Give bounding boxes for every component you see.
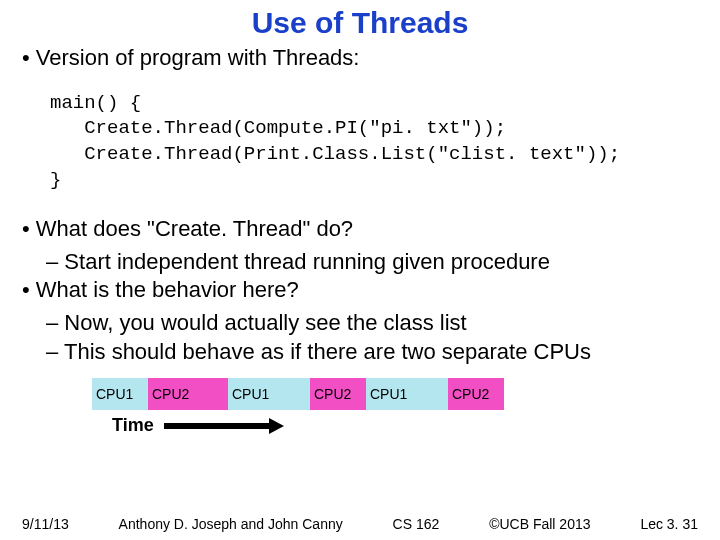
cpu-block-2: CPU2 (148, 378, 228, 410)
slide-body: Version of program with Threads: main() … (0, 40, 720, 438)
cpu-block-1: CPU1 (92, 378, 148, 410)
arrow-right-icon (164, 418, 284, 434)
code-block: main() { Create.Thread(Compute.PI("pi. t… (50, 91, 698, 194)
code-line-3: Create.Thread(Print.Class.List("clist. t… (50, 143, 620, 165)
bullet-version: Version of program with Threads: (22, 44, 698, 73)
footer-lec: Lec 3. 31 (640, 516, 698, 532)
subbullet-see-classlist: Now, you would actually see the class li… (46, 309, 698, 338)
bullet-behavior: What is the behavior here? (22, 276, 698, 305)
bullet-createthread: What does "Create. Thread" do? (22, 215, 698, 244)
footer-copyright: ©UCB Fall 2013 (489, 516, 590, 532)
subbullet-start-thread: Start independent thread running given p… (46, 248, 698, 277)
cpu-block-4: CPU2 (310, 378, 366, 410)
subbullet-two-cpus: This should behave as if there are two s… (46, 338, 698, 367)
footer-course: CS 162 (393, 516, 440, 532)
cpu-block-5: CPU1 (366, 378, 448, 410)
footer-date: 9/11/13 (22, 516, 69, 532)
svg-rect-0 (164, 423, 269, 429)
slide-title: Use of Threads (0, 0, 720, 40)
footer-authors: Anthony D. Joseph and John Canny (119, 516, 343, 532)
code-line-4: } (50, 169, 61, 191)
slide-footer: 9/11/13 Anthony D. Joseph and John Canny… (0, 516, 720, 532)
cpu-block-3: CPU1 (228, 378, 310, 410)
time-axis: Time (112, 414, 698, 437)
svg-marker-1 (269, 418, 284, 434)
cpu-timeline: CPU1 CPU2 CPU1 CPU2 CPU1 CPU2 (92, 378, 698, 410)
slide: Use of Threads Version of program with T… (0, 0, 720, 540)
time-label: Time (112, 414, 154, 437)
code-line-2: Create.Thread(Compute.PI("pi. txt")); (50, 117, 506, 139)
cpu-block-6: CPU2 (448, 378, 504, 410)
code-line-1: main() { (50, 92, 141, 114)
